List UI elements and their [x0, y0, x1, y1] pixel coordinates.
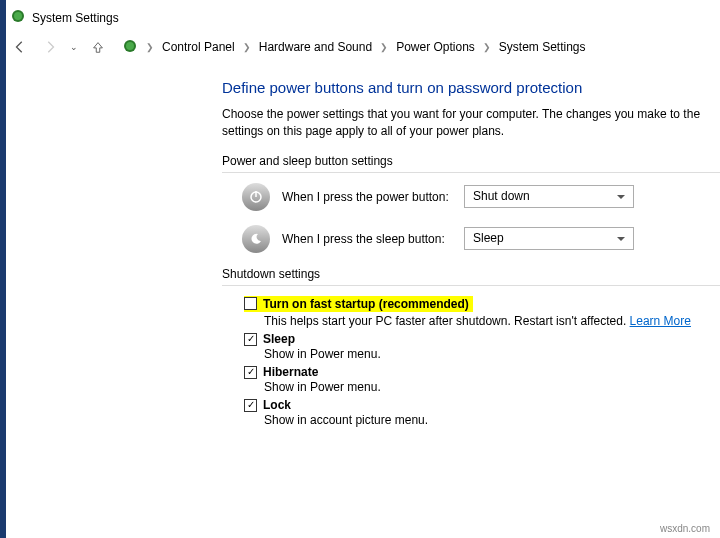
separator — [222, 172, 720, 173]
sleep-option: Sleep — [244, 332, 720, 346]
sleep-button-label: When I press the sleep button: — [282, 232, 452, 246]
shutdown-section-title: Shutdown settings — [222, 267, 720, 281]
content-area: Define power buttons and turn on passwor… — [0, 69, 720, 427]
lock-option: Lock — [244, 398, 720, 412]
watermark: wsxdn.com — [660, 523, 710, 534]
fast-startup-option: Turn on fast startup (recommended) — [244, 296, 473, 312]
sleep-label: Sleep — [263, 332, 295, 346]
up-button[interactable] — [88, 37, 108, 57]
sleep-checkbox[interactable] — [244, 333, 257, 346]
breadcrumb-item[interactable]: Control Panel — [162, 40, 235, 54]
chevron-right-icon[interactable]: ❯ — [376, 42, 392, 52]
lock-sub: Show in account picture menu. — [264, 413, 720, 427]
hibernate-checkbox[interactable] — [244, 366, 257, 379]
button-section-title: Power and sleep button settings — [222, 154, 720, 168]
chevron-right-icon[interactable]: ❯ — [142, 42, 158, 52]
navigation-bar: ⌄ ❯ Control Panel ❯ Hardware and Sound ❯… — [0, 33, 720, 69]
svg-point-3 — [126, 42, 134, 50]
hibernate-option: Hibernate — [244, 365, 720, 379]
left-edge-decoration — [0, 0, 6, 538]
breadcrumb-item[interactable]: Hardware and Sound — [259, 40, 372, 54]
breadcrumb-item[interactable]: System Settings — [499, 40, 586, 54]
lock-label: Lock — [263, 398, 291, 412]
window-title: System Settings — [32, 11, 119, 25]
power-icon — [242, 183, 270, 211]
page-heading: Define power buttons and turn on passwor… — [222, 79, 720, 96]
chevron-right-icon[interactable]: ❯ — [479, 42, 495, 52]
learn-more-link[interactable]: Learn More — [630, 314, 691, 328]
back-button[interactable] — [10, 37, 30, 57]
fast-startup-label: Turn on fast startup (recommended) — [263, 297, 469, 311]
hibernate-label: Hibernate — [263, 365, 318, 379]
chevron-right-icon[interactable]: ❯ — [239, 42, 255, 52]
sleep-icon — [242, 225, 270, 253]
sleep-button-dropdown[interactable]: Sleep — [464, 227, 634, 250]
forward-button[interactable] — [40, 37, 60, 57]
lock-checkbox[interactable] — [244, 399, 257, 412]
power-options-icon — [10, 8, 26, 27]
history-dropdown-icon[interactable]: ⌄ — [70, 42, 78, 52]
breadcrumb-item[interactable]: Power Options — [396, 40, 475, 54]
breadcrumb: ❯ Control Panel ❯ Hardware and Sound ❯ P… — [122, 38, 586, 57]
page-description: Choose the power settings that you want … — [222, 106, 720, 140]
power-button-dropdown[interactable]: Shut down — [464, 185, 634, 208]
fast-startup-sub: This helps start your PC faster after sh… — [264, 314, 720, 328]
power-button-label: When I press the power button: — [282, 190, 452, 204]
svg-point-1 — [14, 12, 22, 20]
titlebar: System Settings — [0, 0, 720, 33]
sleep-sub: Show in Power menu. — [264, 347, 720, 361]
fast-startup-checkbox[interactable] — [244, 297, 257, 310]
separator — [222, 285, 720, 286]
power-options-icon — [122, 38, 138, 57]
power-button-row: When I press the power button: Shut down — [242, 183, 720, 211]
sleep-button-row: When I press the sleep button: Sleep — [242, 225, 720, 253]
hibernate-sub: Show in Power menu. — [264, 380, 720, 394]
